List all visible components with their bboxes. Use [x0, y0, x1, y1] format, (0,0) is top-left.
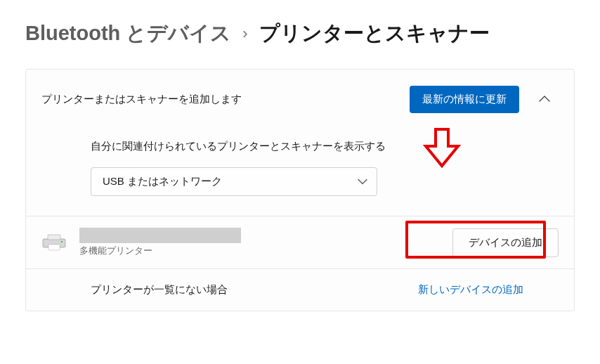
printer-icon: [41, 233, 67, 252]
filter-selected-value: USB またはネットワーク: [103, 175, 222, 188]
svg-point-3: [61, 241, 63, 242]
add-device-button[interactable]: デバイスの追加: [452, 228, 559, 257]
printer-subtitle: 多機能プリンター: [79, 245, 440, 257]
printer-row: 多機能プリンター デバイスの追加: [26, 216, 574, 269]
not-listed-label: プリンターが一覧にない場合: [91, 283, 405, 297]
settings-panel: プリンターまたはスキャナーを追加します 最新の情報に更新 自分に関連付けられてい…: [25, 69, 575, 311]
chevron-right-icon: ›: [242, 25, 247, 43]
filter-label: 自分に関連付けられているプリンターとスキャナーを表示する: [91, 140, 559, 153]
breadcrumb-current: プリンターとスキャナー: [259, 20, 490, 48]
breadcrumb-parent[interactable]: Bluetooth とデバイス: [25, 20, 231, 48]
add-printer-title: プリンターまたはスキャナーを追加します: [41, 93, 398, 106]
svg-rect-1: [48, 235, 60, 240]
add-printer-section: プリンターまたはスキャナーを追加します 最新の情報に更新 自分に関連付けられてい…: [26, 70, 574, 216]
add-new-device-link[interactable]: 新しいデバイスの追加: [418, 283, 523, 297]
collapse-toggle[interactable]: [530, 85, 559, 113]
filter-select[interactable]: USB またはネットワーク: [91, 167, 377, 196]
breadcrumb: Bluetooth とデバイス › プリンターとスキャナー: [0, 0, 600, 69]
printer-not-listed-row: プリンターが一覧にない場合 新しいデバイスの追加: [26, 269, 574, 311]
printer-name-redacted: [79, 228, 241, 243]
chevron-up-icon: [539, 96, 550, 103]
refresh-button[interactable]: 最新の情報に更新: [410, 86, 519, 113]
svg-rect-2: [48, 245, 60, 250]
filter-area: 自分に関連付けられているプリンターとスキャナーを表示する USB またはネットワ…: [26, 129, 574, 216]
